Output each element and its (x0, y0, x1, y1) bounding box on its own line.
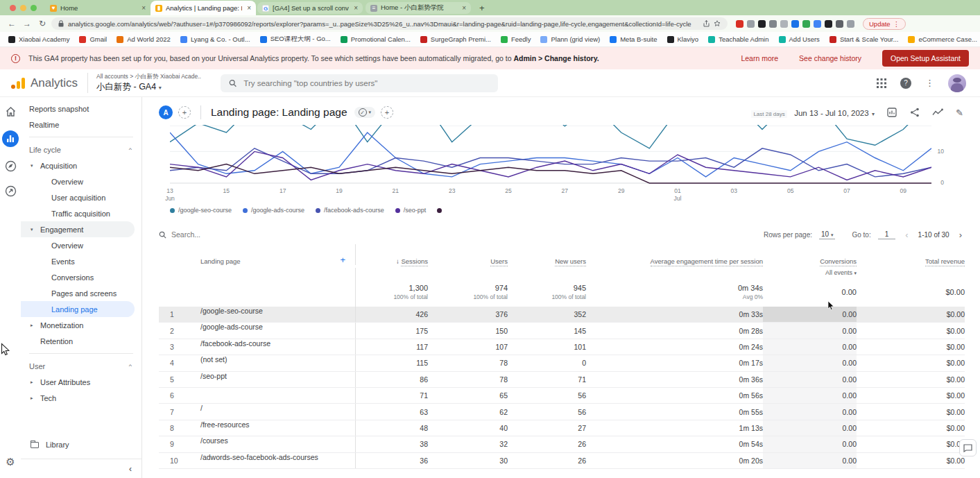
sidebar-item-landing-page[interactable]: Landing page (21, 301, 135, 317)
column-conversions[interactable]: Conversions (763, 257, 857, 265)
next-page-icon[interactable]: › (956, 230, 965, 240)
chevron-up-icon[interactable]: ^ (129, 147, 132, 153)
sidebar-item-conversions[interactable]: Conversions (21, 269, 141, 285)
bookmark-item[interactable]: Gmail (79, 35, 107, 43)
open-setup-assistant-button[interactable]: Open Setup Assistant (882, 50, 969, 67)
extension-icon[interactable] (836, 20, 843, 28)
sidebar-item-traffic-acquisition[interactable]: Traffic acquisition (21, 205, 141, 221)
extension-icon[interactable] (791, 20, 799, 28)
bookmark-item[interactable]: Promotional Calen... (341, 35, 411, 43)
bookmark-item[interactable]: Teachable Admin (708, 35, 768, 43)
tab-close-icon[interactable]: × (352, 4, 358, 12)
sidebar-item-life-cycle[interactable]: Life cycle^ (21, 142, 141, 157)
bookmark-star-icon[interactable] (714, 20, 721, 27)
collapse-sidebar-button[interactable]: ‹ (21, 459, 141, 478)
bookmark-item[interactable]: Feedly (501, 35, 531, 43)
table-row[interactable]: 7/6362560m 55s0.00$0.00 (159, 404, 965, 420)
reload-icon[interactable]: ↻ (36, 19, 49, 28)
table-row[interactable]: 67165560m 56s0.00$0.00 (159, 388, 965, 404)
extension-icon[interactable] (758, 20, 766, 28)
tab-close-icon[interactable]: × (246, 4, 251, 12)
column-users[interactable]: Users (428, 257, 508, 265)
table-row[interactable]: 10/adwords-seo-facebook-ads-courses36302… (159, 453, 965, 469)
sidebar-item-retention[interactable]: Retention (21, 333, 141, 349)
explore-icon[interactable] (4, 160, 17, 172)
bookmark-item[interactable]: Klaviyo (667, 35, 699, 43)
zoom-window-button[interactable] (31, 5, 37, 11)
close-window-button[interactable] (10, 5, 16, 11)
column-new-users[interactable]: New users (508, 257, 586, 265)
chevron-expanded-icon[interactable]: ▾ (31, 163, 33, 169)
bookmark-item[interactable]: Xiaobai Academy (8, 35, 69, 43)
apps-grid-icon[interactable] (877, 78, 886, 88)
column-sessions[interactable]: ↓ Sessions (356, 257, 428, 265)
sidebar-item-pages-and-screens[interactable]: Pages and screens (21, 285, 141, 301)
extension-icon[interactable] (747, 20, 755, 28)
sidebar-item-engagement[interactable]: ▾Engagement (21, 221, 135, 237)
sidebar-item-user-acquisition[interactable]: User acquisition (21, 189, 141, 205)
date-range-picker[interactable]: Last 28 days Jun 13 - Jul 10, 2023 ▾ (751, 106, 875, 119)
sidebar-item-monetization[interactable]: ▸Monetization (21, 317, 141, 333)
chevron-collapsed-icon[interactable]: ▸ (31, 379, 33, 385)
tab-close-icon[interactable]: × (461, 4, 466, 12)
learn-more-link[interactable]: Learn more (741, 54, 778, 62)
line-chart-plot[interactable] (170, 125, 931, 185)
insights-icon[interactable] (932, 108, 943, 117)
table-row[interactable]: 4(not set)1157800m 17s0.00$0.00 (159, 355, 965, 371)
account-switcher[interactable]: All accounts > 小白新势 Xiaobai Acade.. 小白新势… (87, 73, 201, 93)
extension-icon[interactable] (825, 20, 832, 28)
add-comparison-button[interactable]: + (178, 106, 191, 119)
sidebar-item-user-attributes[interactable]: ▸User Attributes (21, 374, 141, 390)
customize-report-icon[interactable]: ✎ (956, 108, 963, 118)
dimension-check-chip[interactable]: ✓ ▾ (354, 107, 376, 118)
table-row[interactable]: 8/free-resources4840271m 13s0.00$0.00 (159, 420, 965, 436)
more-options-icon[interactable]: ⋮ (925, 78, 934, 88)
chevron-expanded-icon[interactable]: ▾ (31, 227, 33, 232)
sidebar-item-acquisition[interactable]: ▾Acquisition (21, 157, 141, 173)
previous-page-icon[interactable]: ‹ (902, 230, 911, 240)
share-report-icon[interactable] (910, 108, 920, 117)
bookmark-item[interactable]: SEO课程大纲 - Go... (260, 35, 331, 44)
user-avatar[interactable] (948, 74, 966, 92)
browser-tab[interactable]: ≡Home - 小白新势学院× (366, 2, 471, 14)
admin-gear-icon[interactable]: ⚙ (6, 456, 15, 468)
bookmark-item[interactable]: SurgeGraph Premi... (420, 35, 491, 43)
bookmark-item[interactable]: Ad World 2022 (117, 35, 171, 43)
traffic-lights[interactable] (0, 5, 45, 11)
sidebar-item-realtime[interactable]: Realtime (21, 117, 141, 133)
extension-icon[interactable] (736, 20, 743, 28)
bookmark-item[interactable]: Start & Scale Your... (829, 35, 899, 43)
chevron-collapsed-icon[interactable]: ▸ (31, 323, 33, 328)
home-icon[interactable] (4, 105, 17, 118)
global-search[interactable] (221, 74, 498, 92)
forward-icon[interactable]: → (21, 19, 33, 28)
minimize-window-button[interactable] (20, 5, 26, 11)
table-row[interactable]: 5/seo-ppt8678710m 36s0.00$0.00 (159, 372, 965, 388)
browser-tab[interactable]: ♥Home× (45, 1, 151, 15)
variant-chip[interactable]: A (159, 105, 173, 119)
extension-icon[interactable] (847, 20, 854, 28)
extension-icon[interactable] (814, 20, 821, 28)
sidebar-item-overview[interactable]: Overview (21, 237, 141, 253)
search-input[interactable] (243, 79, 490, 87)
table-row[interactable]: 2/google-ads-course1751501450m 28s0.00$0… (159, 323, 965, 339)
sidebar-item-events[interactable]: Events (21, 253, 141, 269)
update-button[interactable]: Update ⋮ (863, 18, 906, 30)
sidebar-item-library[interactable]: Library (21, 436, 141, 453)
all-events-selector[interactable]: All events ▾ (763, 269, 857, 276)
chevron-up-icon[interactable]: ^ (129, 364, 132, 369)
back-icon[interactable]: ← (6, 19, 18, 28)
bookmark-item[interactable]: Lyang & Co. - Outl... (180, 35, 250, 43)
address-bar[interactable]: analytics.google.com/analytics/web/?auth… (51, 17, 728, 30)
new-tab-button[interactable]: + (472, 3, 492, 13)
help-icon[interactable]: ? (900, 78, 911, 89)
browser-tab[interactable]: ▮Analytics | Landing page: Land× (151, 1, 256, 15)
extension-icon[interactable] (780, 20, 788, 28)
feedback-chat-button[interactable] (959, 439, 977, 456)
sidebar-item-user[interactable]: User^ (21, 358, 141, 374)
table-row[interactable]: 1/google-seo-course4263763520m 33s0.00$0… (159, 307, 965, 323)
extension-icon[interactable] (802, 20, 810, 28)
edit-comparison-icon[interactable] (887, 108, 897, 117)
tab-close-icon[interactable]: × (140, 4, 146, 12)
table-search[interactable] (159, 230, 255, 239)
